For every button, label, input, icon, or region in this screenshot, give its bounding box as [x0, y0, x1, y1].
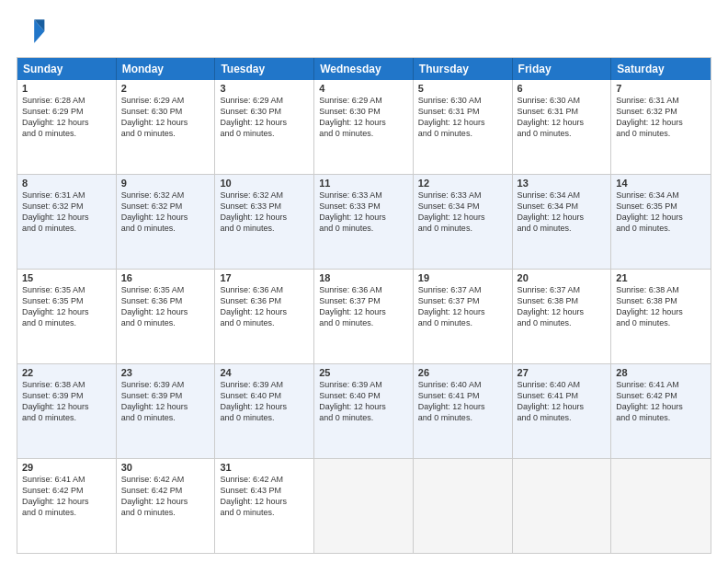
cell-info: Sunrise: 6:31 AMSunset: 6:32 PMDaylight:… — [22, 190, 111, 235]
day-number: 6 — [518, 83, 607, 94]
logo — [17, 17, 50, 46]
calendar-body: 1Sunrise: 6:28 AMSunset: 6:29 PMDaylight… — [17, 80, 711, 553]
day-number: 21 — [616, 272, 706, 283]
cell-info: Sunrise: 6:42 AMSunset: 6:43 PMDaylight:… — [220, 474, 309, 519]
cell-info: Sunrise: 6:29 AMSunset: 6:30 PMDaylight:… — [220, 95, 309, 140]
day-number: 27 — [518, 367, 607, 378]
day-cell-17: 17Sunrise: 6:36 AMSunset: 6:36 PMDayligh… — [215, 270, 314, 363]
day-cell-16: 16Sunrise: 6:35 AMSunset: 6:36 PMDayligh… — [117, 270, 216, 363]
day-cell-4: 4Sunrise: 6:29 AMSunset: 6:30 PMDaylight… — [314, 80, 414, 174]
day-cell-22: 22Sunrise: 6:38 AMSunset: 6:39 PMDayligh… — [17, 364, 117, 458]
cell-info: Sunrise: 6:35 AMSunset: 6:35 PMDaylight:… — [22, 284, 111, 329]
day-number: 5 — [418, 83, 507, 94]
day-number: 8 — [22, 178, 111, 189]
cell-info: Sunrise: 6:34 AMSunset: 6:34 PMDaylight:… — [518, 190, 607, 235]
header-day-friday: Friday — [513, 58, 612, 80]
day-cell-8: 8Sunrise: 6:31 AMSunset: 6:32 PMDaylight… — [17, 175, 117, 269]
cell-info: Sunrise: 6:30 AMSunset: 6:31 PMDaylight:… — [418, 95, 507, 140]
day-number: 26 — [418, 367, 507, 378]
cell-info: Sunrise: 6:37 AMSunset: 6:37 PMDaylight:… — [418, 284, 507, 329]
calendar: SundayMondayTuesdayWednesdayThursdayFrid… — [17, 57, 711, 554]
day-number: 9 — [121, 178, 210, 189]
day-number: 25 — [319, 367, 408, 378]
cell-info: Sunrise: 6:42 AMSunset: 6:42 PMDaylight:… — [121, 474, 210, 519]
day-number: 22 — [22, 367, 111, 378]
day-cell-12: 12Sunrise: 6:33 AMSunset: 6:34 PMDayligh… — [414, 175, 513, 269]
calendar-row-1: 1Sunrise: 6:28 AMSunset: 6:29 PMDaylight… — [17, 80, 711, 175]
header-day-monday: Monday — [117, 58, 216, 80]
day-cell-24: 24Sunrise: 6:39 AMSunset: 6:40 PMDayligh… — [215, 364, 314, 458]
cell-info: Sunrise: 6:36 AMSunset: 6:37 PMDaylight:… — [319, 284, 408, 329]
day-number: 20 — [518, 272, 607, 283]
day-number: 28 — [616, 367, 706, 378]
cell-info: Sunrise: 6:38 AMSunset: 6:38 PMDaylight:… — [616, 284, 706, 329]
day-cell-7: 7Sunrise: 6:31 AMSunset: 6:32 PMDaylight… — [611, 80, 711, 174]
day-cell-23: 23Sunrise: 6:39 AMSunset: 6:39 PMDayligh… — [117, 364, 216, 458]
cell-info: Sunrise: 6:33 AMSunset: 6:34 PMDaylight:… — [418, 190, 507, 235]
day-number: 30 — [121, 462, 210, 473]
day-cell-25: 25Sunrise: 6:39 AMSunset: 6:40 PMDayligh… — [314, 364, 414, 458]
day-cell-2: 2Sunrise: 6:29 AMSunset: 6:30 PMDaylight… — [117, 80, 216, 174]
cell-info: Sunrise: 6:36 AMSunset: 6:36 PMDaylight:… — [220, 284, 309, 329]
cell-info: Sunrise: 6:34 AMSunset: 6:35 PMDaylight:… — [616, 190, 706, 235]
cell-info: Sunrise: 6:41 AMSunset: 6:42 PMDaylight:… — [616, 379, 706, 424]
day-cell-19: 19Sunrise: 6:37 AMSunset: 6:37 PMDayligh… — [414, 270, 513, 363]
cell-info: Sunrise: 6:28 AMSunset: 6:29 PMDaylight:… — [22, 95, 111, 140]
day-number: 19 — [418, 272, 507, 283]
day-number: 23 — [121, 367, 210, 378]
day-cell-13: 13Sunrise: 6:34 AMSunset: 6:34 PMDayligh… — [513, 175, 612, 269]
header-day-sunday: Sunday — [17, 58, 117, 80]
logo-icon — [17, 17, 46, 46]
calendar-row-2: 8Sunrise: 6:31 AMSunset: 6:32 PMDaylight… — [17, 175, 711, 270]
day-number: 3 — [220, 83, 309, 94]
day-number: 18 — [319, 272, 408, 283]
day-number: 31 — [220, 462, 309, 473]
empty-cell — [513, 459, 612, 553]
day-cell-26: 26Sunrise: 6:40 AMSunset: 6:41 PMDayligh… — [414, 364, 513, 458]
day-cell-20: 20Sunrise: 6:37 AMSunset: 6:38 PMDayligh… — [513, 270, 612, 363]
cell-info: Sunrise: 6:31 AMSunset: 6:32 PMDaylight:… — [616, 95, 706, 140]
day-cell-6: 6Sunrise: 6:30 AMSunset: 6:31 PMDaylight… — [513, 80, 612, 174]
day-number: 1 — [22, 83, 111, 94]
calendar-row-3: 15Sunrise: 6:35 AMSunset: 6:35 PMDayligh… — [17, 270, 711, 364]
day-cell-21: 21Sunrise: 6:38 AMSunset: 6:38 PMDayligh… — [611, 270, 711, 363]
day-number: 10 — [220, 178, 309, 189]
calendar-row-5: 29Sunrise: 6:41 AMSunset: 6:42 PMDayligh… — [17, 459, 711, 553]
empty-cell — [611, 459, 711, 553]
cell-info: Sunrise: 6:29 AMSunset: 6:30 PMDaylight:… — [121, 95, 210, 140]
header-day-tuesday: Tuesday — [215, 58, 314, 80]
day-cell-9: 9Sunrise: 6:32 AMSunset: 6:32 PMDaylight… — [117, 175, 216, 269]
cell-info: Sunrise: 6:29 AMSunset: 6:30 PMDaylight:… — [319, 95, 408, 140]
cell-info: Sunrise: 6:40 AMSunset: 6:41 PMDaylight:… — [518, 379, 607, 424]
day-number: 24 — [220, 367, 309, 378]
day-cell-28: 28Sunrise: 6:41 AMSunset: 6:42 PMDayligh… — [611, 364, 711, 458]
cell-info: Sunrise: 6:30 AMSunset: 6:31 PMDaylight:… — [518, 95, 607, 140]
day-number: 12 — [418, 178, 507, 189]
day-cell-3: 3Sunrise: 6:29 AMSunset: 6:30 PMDaylight… — [215, 80, 314, 174]
header-day-thursday: Thursday — [414, 58, 513, 80]
day-number: 14 — [616, 178, 706, 189]
day-cell-15: 15Sunrise: 6:35 AMSunset: 6:35 PMDayligh… — [17, 270, 117, 363]
cell-info: Sunrise: 6:38 AMSunset: 6:39 PMDaylight:… — [22, 379, 111, 424]
cell-info: Sunrise: 6:41 AMSunset: 6:42 PMDaylight:… — [22, 474, 111, 519]
cell-info: Sunrise: 6:40 AMSunset: 6:41 PMDaylight:… — [418, 379, 507, 424]
day-cell-18: 18Sunrise: 6:36 AMSunset: 6:37 PMDayligh… — [314, 270, 414, 363]
day-number: 11 — [319, 178, 408, 189]
cell-info: Sunrise: 6:37 AMSunset: 6:38 PMDaylight:… — [518, 284, 607, 329]
cell-info: Sunrise: 6:33 AMSunset: 6:33 PMDaylight:… — [319, 190, 408, 235]
day-number: 16 — [121, 272, 210, 283]
day-number: 17 — [220, 272, 309, 283]
day-cell-29: 29Sunrise: 6:41 AMSunset: 6:42 PMDayligh… — [17, 459, 117, 553]
cell-info: Sunrise: 6:32 AMSunset: 6:33 PMDaylight:… — [220, 190, 309, 235]
empty-cell — [414, 459, 513, 553]
day-cell-10: 10Sunrise: 6:32 AMSunset: 6:33 PMDayligh… — [215, 175, 314, 269]
cell-info: Sunrise: 6:32 AMSunset: 6:32 PMDaylight:… — [121, 190, 210, 235]
day-cell-14: 14Sunrise: 6:34 AMSunset: 6:35 PMDayligh… — [611, 175, 711, 269]
cell-info: Sunrise: 6:39 AMSunset: 6:40 PMDaylight:… — [319, 379, 408, 424]
day-number: 4 — [319, 83, 408, 94]
day-number: 15 — [22, 272, 111, 283]
day-number: 29 — [22, 462, 111, 473]
header-day-saturday: Saturday — [611, 58, 711, 80]
day-cell-5: 5Sunrise: 6:30 AMSunset: 6:31 PMDaylight… — [414, 80, 513, 174]
empty-cell — [314, 459, 414, 553]
